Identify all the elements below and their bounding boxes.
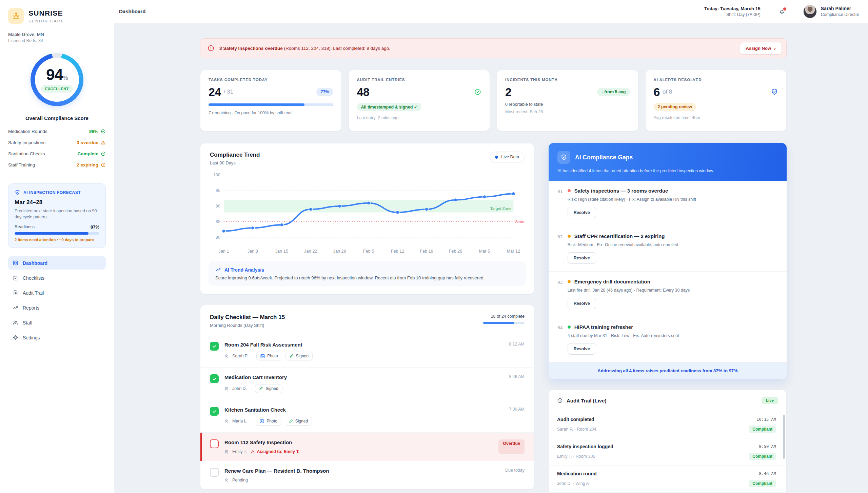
scrollbar-thumb[interactable] <box>783 415 785 459</box>
user-mini-icon <box>224 354 229 358</box>
trend-title: Compliance Trend <box>210 152 260 158</box>
chevron-right-icon: › <box>774 46 776 51</box>
user-mini-icon <box>224 387 229 391</box>
brand-name: SUNRISE <box>28 9 64 17</box>
forecast-note: 2 items need attention • ~9 days to prep… <box>15 238 99 242</box>
check-circle-icon <box>101 129 106 134</box>
facility-location: Maple Grove, MN <box>8 32 106 37</box>
checkbox-checked[interactable] <box>210 407 219 416</box>
user-menu[interactable]: Sarah Palmer Compliance Director <box>803 5 859 18</box>
checklist-progress: 18 of 24 complete <box>483 314 525 324</box>
stat-ai-alerts: AI ALERTS RESOLVED 6 of 8 2 pending revi… <box>645 70 787 131</box>
shield-check-icon <box>15 190 20 195</box>
resolve-button[interactable]: Resolve <box>568 343 596 355</box>
audit-title: Audit Trail (Live) <box>567 398 607 403</box>
readiness-label: Readiness <box>15 224 35 230</box>
checkbox-unchecked[interactable] <box>210 468 219 477</box>
gaps-subtitle: AI has identified 4 items that need atte… <box>557 169 778 173</box>
checklist-title: Daily Checklist — March 15 <box>210 314 285 321</box>
timestamped-badge: All timestamped & signed ✓ <box>357 103 422 111</box>
gaps-header: AI Compliance Gaps AI has identified 4 i… <box>549 143 787 181</box>
sidebar-item-checklists[interactable]: Checklists <box>8 271 106 284</box>
risk-dot-icon <box>568 189 571 192</box>
assign-now-button[interactable]: Assign Now› <box>740 42 782 55</box>
forecast-title: AI INSPECTION FORECAST <box>23 190 81 195</box>
item-time: Due today <box>505 468 525 482</box>
svg-text:Mar 5: Mar 5 <box>479 249 490 254</box>
stat-audit-entries: AUDIT TRAIL ENTRIES 48 All timestamped &… <box>349 70 490 131</box>
risk-dot-icon <box>568 280 571 283</box>
users-icon <box>13 320 18 326</box>
notifications-button[interactable] <box>777 7 787 16</box>
gaps-title: AI Compliance Gaps <box>575 154 633 161</box>
svg-text:Jan 1: Jan 1 <box>218 249 229 254</box>
check-icon <box>212 344 217 349</box>
user-mini-icon <box>224 419 229 423</box>
item-time: 8:12 AM <box>509 342 525 360</box>
dashboard-content: 3 Safety Inspections overdue (Rooms 112,… <box>114 23 868 493</box>
audit-trail-live-card: Audit Trail (Live) Live Audit completed … <box>549 390 787 493</box>
ai-alerts-value: 6 <box>654 86 660 98</box>
compliance-score-ring: 94% EXCELLENT <box>31 53 83 106</box>
analysis-title: AI Trend Analysis <box>224 267 264 273</box>
shift-info: Shift: Day (7A-3P) <box>704 12 761 17</box>
live-badge: Live <box>762 397 778 404</box>
svg-text:Jan 8: Jan 8 <box>248 249 258 254</box>
photo-icon <box>260 419 264 423</box>
user-mini-icon <box>224 478 229 482</box>
svg-text:Feb 12: Feb 12 <box>391 249 405 254</box>
clock-icon <box>557 398 563 403</box>
pen-icon <box>289 419 293 423</box>
sidebar-item-settings[interactable]: Settings <box>8 331 106 344</box>
checklist-subtitle: Morning Rounds (Day Shift) <box>210 323 285 328</box>
svg-text:Jan 22: Jan 22 <box>304 249 317 254</box>
readiness-progress-bar <box>15 232 99 235</box>
alert-circle-icon <box>207 44 215 52</box>
sidebar-item-dashboard[interactable]: Dashboard <box>8 256 106 270</box>
compliance-metrics: Medication Rounds 98% Safety Inspections… <box>8 129 106 167</box>
pending-review-badge: 2 pending review <box>654 103 696 111</box>
svg-text:100: 100 <box>213 173 220 177</box>
checkbox-checked[interactable] <box>210 342 219 351</box>
checkbox-checked[interactable] <box>210 374 219 383</box>
compliance-trend-chart: 80859095100Target ZoneStateJan 1Jan 8Jan… <box>208 170 526 257</box>
resolve-button[interactable]: Resolve <box>568 252 596 264</box>
audit-entry: Safety inspection logged 8:50 AM Emily T… <box>549 438 786 466</box>
item-time: 8:46 AM <box>509 374 525 393</box>
trend-up-icon <box>215 267 221 273</box>
header-divider <box>795 5 795 18</box>
clipboard-check-icon <box>13 275 18 281</box>
date-block: Today: Tuesday, March 15 Shift: Day (7A-… <box>704 6 761 17</box>
svg-text:Target Zone: Target Zone <box>490 206 512 211</box>
sidebar-item-audit-trail[interactable]: Audit Trail <box>8 286 106 299</box>
forecast-description: Predicted next state inspection based on… <box>15 208 99 220</box>
incidents-value: 2 <box>505 86 511 98</box>
sidebar-item-staff[interactable]: Staff <box>8 316 106 329</box>
sidebar: SUNRISE SENIOR CARE Maple Grove, MN Lice… <box>0 0 114 493</box>
sidebar-item-reports[interactable]: Reports <box>8 301 106 314</box>
user-avatar <box>803 5 817 18</box>
photo-badge: Photo <box>256 417 281 426</box>
metric-sanitation-checks: Sanitation Checks Complete <box>8 151 106 156</box>
svg-text:Feb 26: Feb 26 <box>449 249 462 254</box>
resolve-button[interactable]: Resolve <box>568 207 596 218</box>
brand-tagline: SENIOR CARE <box>28 19 64 23</box>
checklist-item: Renew Care Plan — Resident B. Thompson P… <box>200 461 534 489</box>
checklist-item: Kitchen Sanitation Check Maria L. · Phot… <box>200 400 534 433</box>
pen-icon <box>259 387 263 391</box>
main-area: Dashboard Today: Tuesday, March 15 Shift… <box>114 0 868 493</box>
header-divider <box>769 5 769 18</box>
resolve-button[interactable]: Resolve <box>568 298 596 309</box>
svg-text:85: 85 <box>216 219 220 224</box>
brand: SUNRISE SENIOR CARE <box>8 8 106 24</box>
svg-text:Jan 29: Jan 29 <box>333 249 346 254</box>
checkbox-unchecked[interactable] <box>210 439 219 448</box>
svg-text:95: 95 <box>216 188 220 193</box>
readiness-value: 87% <box>91 224 99 230</box>
tasks-value: 24 <box>209 86 221 98</box>
assigned-warning: Assigned to: Emily T. <box>251 449 300 454</box>
clock-icon <box>101 162 106 167</box>
incidents-trend-badge: ↓ from 5 avg <box>597 88 630 96</box>
live-data-legend: Live Data <box>490 152 525 162</box>
item-time: 7:30 AM <box>509 407 525 426</box>
